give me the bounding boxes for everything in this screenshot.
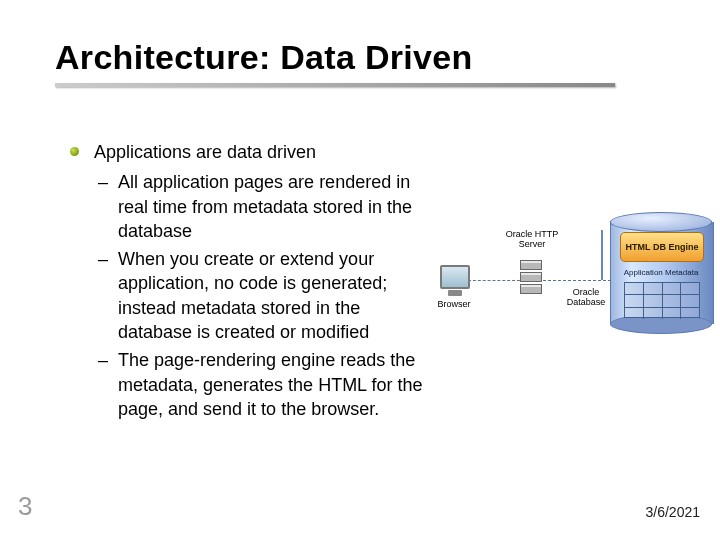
bullet-text: Applications are data driven xyxy=(94,142,316,162)
title-area: Architecture: Data Driven xyxy=(55,38,675,87)
bullet-level1: Applications are data driven xyxy=(70,140,430,164)
http-server-label: Oracle HTTP Server xyxy=(503,230,561,250)
oracle-db-label: Oracle Database xyxy=(565,288,607,308)
bullet-level2: – The page-rendering engine reads the me… xyxy=(70,348,430,421)
bullet-dot-icon xyxy=(70,147,79,156)
engine-box: HTML DB Engine xyxy=(620,232,704,262)
slide-number: 3 xyxy=(18,491,32,522)
engine-label: HTML DB Engine xyxy=(626,242,699,252)
bullet-text: All application pages are rendered in re… xyxy=(118,172,412,241)
browser-icon xyxy=(440,265,470,296)
metadata-table-icon xyxy=(624,282,700,318)
dash-icon: – xyxy=(98,247,108,271)
date-footer: 3/6/2021 xyxy=(646,504,701,520)
connection-line xyxy=(543,280,611,281)
bullet-text: When you create or extend your applicati… xyxy=(118,249,387,342)
dash-icon: – xyxy=(98,170,108,194)
architecture-diagram: Browser Oracle HTTP Server Oracle Databa… xyxy=(435,200,715,350)
connection-line xyxy=(468,280,520,281)
dash-icon: – xyxy=(98,348,108,372)
body-text: Applications are data driven – All appli… xyxy=(70,140,430,425)
slide: Architecture: Data Driven Applications a… xyxy=(0,0,720,540)
browser-label: Browser xyxy=(435,300,473,310)
bullet-level2: – All application pages are rendered in … xyxy=(70,170,430,243)
slide-title: Architecture: Data Driven xyxy=(55,38,675,77)
server-icon xyxy=(520,260,540,296)
connection-line xyxy=(601,230,603,280)
title-underline xyxy=(55,83,615,87)
bullet-text: The page-rendering engine reads the meta… xyxy=(118,350,423,419)
database-cylinder-icon: HTML DB Engine Application Metadata xyxy=(610,212,712,334)
bullet-level2: – When you create or extend your applica… xyxy=(70,247,430,344)
metadata-label: Application Metadata xyxy=(616,268,706,277)
